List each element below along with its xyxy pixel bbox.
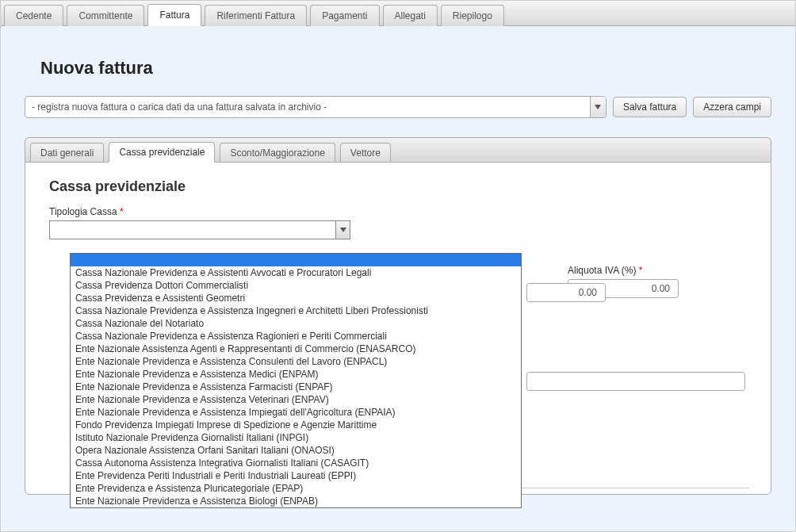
tab-cedente[interactable]: Cedente — [4, 5, 63, 26]
section-title: Cassa previdenziale — [49, 178, 747, 195]
tipologia-select-input[interactable] — [50, 224, 335, 235]
dropdown-option[interactable]: Fondo Previdenza Impiegati Imprese di Sp… — [71, 419, 521, 431]
tab-pagamenti[interactable]: Pagamenti — [310, 5, 379, 26]
field-aliquota-label: Aliquota IVA (%) * — [568, 265, 679, 276]
dropdown-option[interactable]: Ente Nazionale Previdenza e Assistenza M… — [71, 368, 521, 381]
tab-label: Cassa previdenziale — [119, 147, 205, 158]
field-tipologia-label: Tipologia Cassa * — [49, 206, 747, 217]
tab-allegati[interactable]: Allegati — [383, 5, 438, 26]
inner-tabstrip: Dati generali Cassa previdenziale Sconto… — [25, 137, 771, 162]
chevron-down-icon — [340, 228, 346, 232]
dropdown-option[interactable]: Opera Nazionale Assistenza Orfani Sanita… — [71, 444, 521, 457]
tab-label: Fattura — [159, 10, 189, 21]
tipologia-select-caret[interactable] — [335, 221, 350, 239]
tipologia-dropdown[interactable]: Cassa Nazionale Previdenza e Assistenti … — [70, 253, 522, 508]
main-tabbar: Cedente Committente Fattura Riferimenti … — [1, 1, 795, 26]
tab-label: Cedente — [16, 10, 52, 21]
dropdown-option[interactable]: Cassa Nazionale del Notariato — [71, 317, 521, 330]
tab-label: Sconto/Maggiorazione — [230, 147, 324, 159]
dropdown-option[interactable] — [71, 254, 521, 266]
archive-combo-caret[interactable] — [590, 97, 606, 117]
archive-combo[interactable] — [25, 96, 607, 118]
tab-label: Riepilogo — [453, 10, 492, 21]
dropdown-option[interactable]: Cassa Nazionale Previdenza e Assistenti … — [71, 266, 521, 279]
inner-tab-vettore[interactable]: Vettore — [340, 143, 391, 163]
dropdown-option[interactable]: Cassa Nazionale Previdenza e Assistenza … — [71, 304, 521, 317]
archive-row: Salva fattura Azzera campi — [25, 96, 771, 118]
save-button[interactable]: Salva fattura — [613, 97, 687, 117]
tab-label: Allegati — [395, 10, 426, 21]
chevron-down-icon — [595, 105, 601, 109]
lower-text-input[interactable] — [526, 372, 745, 391]
inner-tab-dati-generali[interactable]: Dati generali — [30, 143, 104, 163]
dropdown-option[interactable]: Ente Nazionale Assistenza Agenti e Rappr… — [71, 343, 521, 355]
dropdown-option[interactable]: Ente Nazionale Previdenza e Assistenza C… — [71, 355, 521, 368]
dropdown-option[interactable]: Ente Nazionale Previdenza e Assistenza F… — [71, 381, 521, 393]
dropdown-option[interactable]: Cassa Previdenza Dottori Commercialisti — [71, 279, 521, 292]
app-window: Cedente Committente Fattura Riferimenti … — [0, 0, 796, 532]
label-text: Tipologia Cassa — [49, 206, 117, 217]
inner-tab-sconto[interactable]: Sconto/Maggiorazione — [220, 143, 335, 163]
inner-tab-cassa[interactable]: Cassa previdenziale — [109, 142, 215, 163]
tipologia-select[interactable] — [49, 220, 350, 239]
page-title: Nuova fattura — [40, 58, 756, 78]
required-star: * — [639, 265, 643, 276]
dropdown-option[interactable]: Ente Nazionale Previdenza e Assistenza I… — [71, 406, 521, 419]
dropdown-option[interactable]: Cassa Autonoma Assistenza Integrativa Gi… — [71, 457, 521, 469]
tab-label: Pagamenti — [322, 10, 367, 21]
tab-label: Dati generali — [40, 147, 94, 159]
label-text: Aliquota IVA (%) — [568, 265, 636, 276]
tab-riferimenti[interactable]: Riferimenti Fattura — [205, 5, 307, 26]
tab-fattura[interactable]: Fattura — [147, 4, 201, 26]
tab-committente[interactable]: Committente — [67, 5, 144, 26]
tab-riepilogo[interactable]: Riepilogo — [441, 5, 504, 26]
tab-label: Vettore — [350, 147, 381, 159]
dropdown-option[interactable]: Istituto Nazionale Previdenza Giornalist… — [71, 431, 521, 444]
archive-combo-input[interactable] — [25, 101, 590, 113]
dropdown-option[interactable]: Ente Previdenza Periti Industriali e Per… — [71, 469, 521, 482]
tab-label: Committente — [78, 10, 132, 21]
tab-label: Riferimenti Fattura — [216, 10, 295, 21]
dropdown-option[interactable]: Ente Nazionale Previdenza e Assistenza B… — [71, 495, 521, 507]
reset-button[interactable]: Azzera campi — [693, 97, 771, 117]
required-star: * — [120, 206, 124, 217]
dropdown-option[interactable]: Ente Nazionale Previdenza e Assistenza V… — [71, 393, 521, 406]
secondary-numeric-input[interactable] — [526, 283, 606, 302]
dropdown-option[interactable]: Cassa Nazionale Previdenza e Assistenza … — [71, 330, 521, 343]
dropdown-option[interactable]: Cassa Previdenza e Assistenti Geometri — [71, 292, 521, 304]
dropdown-option[interactable]: Ente Previdenza e Assistenza Pluricatego… — [71, 482, 521, 495]
